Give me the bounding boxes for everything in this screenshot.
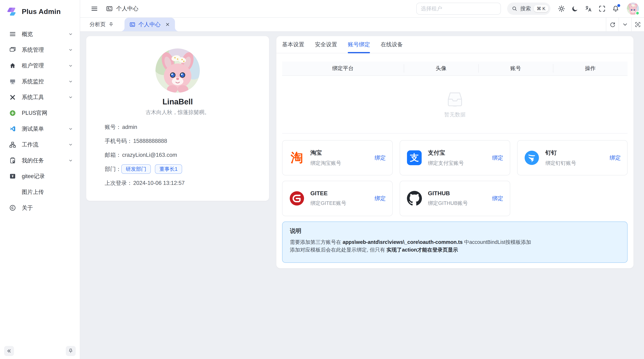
sidebar-item-system-monitor[interactable]: 系统监控 [3, 74, 76, 88]
profile-motto: 古木向人秋，惊蓬掠鬓稠。 [86, 109, 269, 116]
department-tag: 研发部门 [121, 164, 151, 174]
binding-card-github: GITHUB 绑定GITHUB账号 绑定 [400, 181, 510, 216]
profile-field-department: 部门： 研发部门 董事长1 [105, 162, 269, 176]
field-label: 邮箱： [105, 151, 121, 159]
tabbar-controls [606, 18, 644, 31]
instructions-note: 说明 需要添加第三方账号在 apps\web-antd\src\views\_c… [282, 222, 628, 263]
sidebar-item-my-tasks[interactable]: 我的任务 [3, 154, 76, 168]
binding-options-grid: 淘 淘宝 绑定淘宝账号 绑定 支 支付宝 绑定支付宝账号 绑定 [282, 140, 628, 216]
chevron-down-icon [68, 63, 73, 68]
binding-card-gitee: GITEE 绑定GITEE账号 绑定 [282, 181, 393, 216]
tab-close-button[interactable] [165, 22, 170, 27]
breadcrumb[interactable]: 个人中心 [106, 5, 138, 12]
sidebar-pin-button[interactable] [66, 346, 76, 356]
language-button[interactable] [583, 3, 594, 14]
tab-basic-settings[interactable]: 基本设置 [282, 36, 304, 53]
maximize-icon [635, 21, 641, 27]
fullscreen-button[interactable] [596, 3, 608, 14]
binding-card-taobao: 淘 淘宝 绑定淘宝账号 绑定 [282, 140, 393, 175]
refresh-icon [610, 21, 616, 27]
user-avatar[interactable] [627, 2, 639, 15]
column-avatar: 头像 [404, 61, 478, 75]
sidebar-item-tenant-management[interactable]: 租户管理 [3, 59, 76, 73]
close-icon [165, 22, 170, 27]
vscode-icon [9, 125, 16, 132]
profile-field-account: 账号： admin [105, 120, 269, 134]
sidebar-item-test-menu[interactable]: 测试菜单 [3, 122, 76, 136]
chevron-down-icon [68, 142, 73, 147]
field-label: 手机号码： [105, 137, 132, 145]
bind-link[interactable]: 绑定 [374, 195, 386, 202]
empty-state: 暂无数据 [282, 76, 628, 134]
binding-title: GITEE [310, 190, 374, 197]
tab-personal-center[interactable]: 个人中心 [124, 18, 175, 31]
tab-account-binding[interactable]: 账号绑定 [348, 36, 370, 53]
tab-personal-center-label: 个人中心 [138, 21, 161, 28]
binding-desc: 绑定GITEE账号 [310, 200, 374, 207]
tab-menu-button[interactable] [618, 18, 631, 31]
pin-icon[interactable] [108, 22, 114, 27]
binding-title: 钉钉 [546, 149, 610, 157]
sidebar: Plus Admin 概览 系统管理 租户管理 系统监控 [0, 0, 80, 359]
copyright-icon [9, 204, 16, 211]
chevron-down-icon [68, 95, 73, 100]
chevron-down-icon [68, 158, 73, 163]
note-title: 说明 [290, 227, 620, 235]
theme-toggle-button[interactable] [569, 3, 581, 14]
field-value: admin [122, 124, 137, 130]
id-card-icon [106, 5, 113, 12]
sidebar-item-about[interactable]: 关于 [3, 201, 76, 215]
sidebar-toggle-button[interactable] [89, 3, 100, 14]
sidebar-item-overview[interactable]: 概览 [3, 27, 76, 41]
gitee-logo [289, 191, 305, 206]
personal-center-page: Plus Admin 概览 系统管理 租户管理 系统监控 [0, 0, 644, 359]
breadcrumb-label: 个人中心 [116, 5, 138, 12]
sidebar-item-system-management[interactable]: 系统管理 [3, 43, 76, 57]
chevron-down-icon [68, 32, 73, 37]
sidebar-nav: 概览 系统管理 租户管理 系统监控 系统工具 [0, 21, 80, 215]
profile-field-last-login: 上次登录： 2024-10-06 13:12:57 [105, 176, 269, 190]
tab-analysis[interactable]: 分析页 [80, 18, 119, 31]
content-maximize-button[interactable] [631, 18, 644, 31]
bind-link[interactable]: 绑定 [374, 154, 386, 162]
notifications-button[interactable] [610, 3, 621, 14]
sidebar-item-image-upload[interactable]: 图片上传 [3, 185, 76, 199]
tab-security-settings[interactable]: 安全设置 [315, 36, 337, 53]
app-logo[interactable]: Plus Admin [0, 0, 80, 21]
column-actions: 操作 [553, 61, 628, 75]
search-icon [512, 6, 517, 11]
field-value: 2024-10-06 13:12:57 [133, 180, 185, 186]
global-search-button[interactable]: 搜索 ⌘ K [507, 2, 550, 15]
overview-lines-icon [9, 30, 16, 37]
chevron-down-icon [68, 47, 73, 52]
sidebar-item-gitee-records[interactable]: ¥ gitee记录 [3, 169, 76, 183]
bind-link[interactable]: 绑定 [492, 154, 503, 162]
binding-desc: 绑定支付宝账号 [428, 160, 492, 167]
settings-button[interactable] [556, 3, 567, 14]
sidebar-item-workflow[interactable]: 工作流 [3, 138, 76, 152]
home-icon [9, 62, 16, 69]
profile-card: LinaBell 古木向人秋，惊蓬掠鬓稠。 账号： admin 手机号码： 15… [86, 36, 270, 201]
no-icon [9, 189, 16, 196]
sidebar-item-plus-website[interactable]: PLUS官网 [3, 106, 76, 120]
yen-badge-icon: ¥ [9, 173, 16, 180]
svg-text:¥: ¥ [12, 174, 14, 178]
refresh-button[interactable] [606, 18, 618, 31]
app-logo-icon [6, 6, 18, 17]
tab-online-devices[interactable]: 在线设备 [381, 36, 403, 53]
note-line-2: 添加对应模板后会在此处显示绑定, 但只有 实现了action才能在登录页显示 [290, 246, 620, 254]
sidebar-footer [0, 345, 80, 356]
monitor-icon [9, 78, 16, 85]
system-window-icon [9, 46, 16, 53]
sidebar-collapse-button[interactable] [4, 346, 14, 356]
bind-link[interactable]: 绑定 [610, 154, 621, 162]
sidebar-item-system-tools[interactable]: 系统工具 [3, 90, 76, 104]
profile-fields: 账号： admin 手机号码： 15888888888 邮箱： crazyLio… [105, 120, 269, 190]
chevron-down-icon [68, 79, 73, 84]
tenant-select-input[interactable] [416, 3, 501, 15]
tab-analysis-label: 分析页 [90, 21, 105, 28]
profile-field-phone: 手机号码： 15888888888 [105, 134, 269, 148]
avatar-image [156, 48, 200, 93]
binding-desc: 绑定淘宝账号 [310, 160, 374, 167]
bind-link[interactable]: 绑定 [492, 195, 503, 202]
